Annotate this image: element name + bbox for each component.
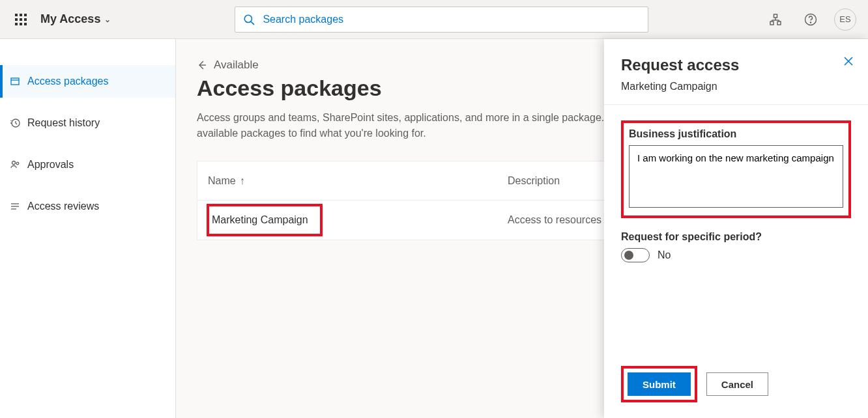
close-button[interactable] <box>843 56 854 66</box>
cell-name: Marketing Campaign <box>208 205 321 235</box>
svg-point-0 <box>245 15 252 22</box>
close-icon <box>843 56 854 66</box>
sidebar-item-label: Access packages <box>27 76 109 87</box>
justification-label: Business justification <box>629 128 843 140</box>
topbar: My Access ⌄ ES <box>0 0 868 39</box>
period-field-group: Request for specific period? No <box>621 231 851 262</box>
sidebar-item-approvals[interactable]: Approvals <box>0 148 175 181</box>
search-input[interactable] <box>263 14 640 25</box>
avatar-initials: ES <box>839 14 850 24</box>
submit-button[interactable]: Submit <box>628 372 691 396</box>
justification-input[interactable] <box>629 145 843 208</box>
panel-title: Request access <box>621 56 851 74</box>
search-icon <box>243 14 255 25</box>
app-title-dropdown[interactable]: My Access ⌄ <box>40 12 111 26</box>
sidebar: Access packages Request history Approval… <box>0 39 176 418</box>
chevron-down-icon: ⌄ <box>104 15 111 24</box>
toggle-knob <box>624 251 633 260</box>
panel-header: Request access Marketing Campaign <box>604 39 868 105</box>
svg-rect-11 <box>11 78 19 85</box>
svg-rect-4 <box>777 21 781 25</box>
app-launcher-icon[interactable] <box>8 7 34 33</box>
sidebar-item-label: Request history <box>27 117 100 129</box>
sidebar-item-label: Access reviews <box>27 201 99 212</box>
sidebar-item-request-history[interactable]: Request history <box>0 107 175 139</box>
breadcrumb-label: Available <box>214 59 259 72</box>
svg-rect-3 <box>770 21 774 25</box>
back-arrow-icon <box>197 60 207 70</box>
app-title-label: My Access <box>40 12 100 26</box>
sort-asc-icon: ↑ <box>240 175 245 187</box>
cancel-button[interactable]: Cancel <box>706 372 768 396</box>
user-avatar[interactable]: ES <box>834 8 856 31</box>
svg-point-14 <box>12 161 16 165</box>
request-access-panel: Request access Marketing Campaign Busine… <box>604 39 868 418</box>
justification-field-group: Business justification <box>621 120 851 218</box>
history-icon <box>9 117 21 129</box>
period-toggle-value: No <box>658 249 671 261</box>
search-box[interactable] <box>235 7 648 33</box>
panel-body: Business justification Request for speci… <box>604 105 868 354</box>
sidebar-item-label: Approvals <box>27 159 74 171</box>
sidebar-item-access-packages[interactable]: Access packages <box>0 65 175 98</box>
svg-line-1 <box>252 21 255 25</box>
package-icon <box>9 76 21 87</box>
reviews-icon <box>9 201 21 212</box>
column-header-name[interactable]: Name ↑ <box>208 175 508 187</box>
period-label: Request for specific period? <box>621 231 851 243</box>
svg-point-10 <box>810 21 811 22</box>
panel-subtitle: Marketing Campaign <box>621 81 851 92</box>
submit-highlight: Submit <box>621 366 697 402</box>
sitemap-icon[interactable] <box>764 8 787 31</box>
sidebar-item-access-reviews[interactable]: Access reviews <box>0 190 175 223</box>
svg-rect-2 <box>774 14 777 18</box>
period-toggle[interactable] <box>621 248 650 262</box>
page-description: Access groups and teams, SharePoint site… <box>197 110 666 141</box>
svg-point-15 <box>16 162 19 165</box>
approvals-icon <box>9 159 21 171</box>
panel-footer: Submit Cancel <box>604 354 868 418</box>
help-icon[interactable] <box>799 8 822 31</box>
